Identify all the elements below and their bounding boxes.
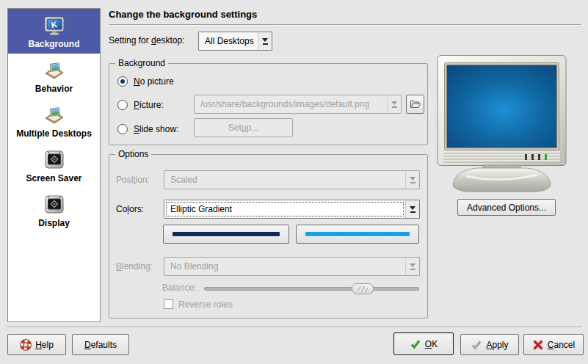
options-group-title: Options xyxy=(115,148,151,160)
chevron-down-icon[interactable] xyxy=(405,200,419,218)
ok-button[interactable]: OK xyxy=(393,332,454,355)
color1-button[interactable] xyxy=(163,225,289,244)
reverse-roles-label: Reverse roles xyxy=(178,298,233,311)
title-separator xyxy=(109,24,581,26)
chevron-down-icon[interactable] xyxy=(258,32,272,50)
browse-picture-button[interactable] xyxy=(406,95,424,114)
sidebar-item-label: Multiple Desktops xyxy=(10,129,98,139)
cancel-x-icon xyxy=(532,339,544,351)
sidebar-item-label: Behavior xyxy=(10,84,98,94)
ok-button-label: OK xyxy=(425,339,438,349)
chevron-down-icon xyxy=(405,258,419,275)
blending-combo: No Blending xyxy=(164,257,420,276)
background-monitor-icon: K xyxy=(43,14,66,37)
colors-combo[interactable]: Elliptic Gradient xyxy=(164,200,420,219)
advanced-options-label: Advanced Options... xyxy=(467,203,546,213)
sidebar-item-label: Screen Saver xyxy=(10,174,98,183)
colors-label: Colors: xyxy=(116,203,144,216)
desktop-select[interactable]: All Desktops xyxy=(198,32,272,51)
folder-open-icon xyxy=(410,98,421,110)
reverse-roles-checkbox xyxy=(164,299,173,309)
color2-button[interactable] xyxy=(296,225,419,244)
cancel-button-label: Cancel xyxy=(548,340,575,350)
balance-label: Balance: xyxy=(162,281,197,294)
behavior-icon xyxy=(43,59,66,82)
monitor-graphic xyxy=(437,55,567,193)
background-settings-dialog: K Background Behavior xyxy=(0,0,588,364)
picture-path-value: /usr/share/backgrounds/images/default.pn… xyxy=(195,95,387,113)
picture-path-combo: /usr/share/backgrounds/images/default.pn… xyxy=(194,95,402,114)
options-group: Options Position: Scaled Colors: Ellipti… xyxy=(109,154,428,318)
slide-show-label: Slide show: xyxy=(134,123,178,136)
module-list: K Background Behavior xyxy=(7,8,101,322)
cancel-button[interactable]: Cancel xyxy=(523,334,584,355)
no-picture-radio[interactable] xyxy=(117,76,128,87)
page-title: Change the background settings xyxy=(109,9,257,20)
background-preview-monitor xyxy=(437,55,567,193)
sidebar-item-label: Background xyxy=(10,40,98,49)
colors-value: Elliptic Gradient xyxy=(164,200,405,218)
slider-grip-icon xyxy=(358,286,368,292)
sidebar-item-background[interactable]: K Background xyxy=(8,9,100,54)
chevron-down-icon xyxy=(405,171,419,189)
help-lifebuoy-icon xyxy=(20,339,32,351)
picture-label: Picture: xyxy=(134,98,164,112)
picture-radio[interactable] xyxy=(117,100,128,110)
checkmark-icon xyxy=(410,338,421,350)
no-picture-label: No picture xyxy=(134,75,174,88)
position-value: Scaled xyxy=(164,171,405,189)
apply-button-label: Apply xyxy=(486,340,508,350)
desktop-setting-label: Setting for desktop: xyxy=(109,34,184,47)
setup-button-label: Setup... xyxy=(228,123,258,133)
color1-swatch xyxy=(173,232,280,236)
sidebar-item-multiple-desktops[interactable]: Multiple Desktops xyxy=(8,98,100,143)
blending-label: Blending: xyxy=(116,260,153,273)
multiple-desktops-icon xyxy=(43,103,66,127)
sidebar-item-screen-saver[interactable]: Screen Saver xyxy=(8,143,100,188)
advanced-options-button[interactable]: Advanced Options... xyxy=(457,199,556,216)
sidebar-item-display[interactable]: Display xyxy=(8,188,100,233)
display-icon xyxy=(43,193,66,216)
desktop-select-value: All Desktops xyxy=(199,32,258,50)
help-button[interactable]: Help xyxy=(7,334,66,355)
screen-saver-icon xyxy=(43,148,66,172)
checkmark-gray-icon xyxy=(471,339,482,351)
chevron-down-icon xyxy=(387,95,401,113)
footer-separator xyxy=(6,327,581,328)
color2-swatch xyxy=(305,232,410,236)
balance-slider-handle xyxy=(352,283,374,294)
apply-button[interactable]: Apply xyxy=(460,334,519,355)
balance-slider-track xyxy=(204,287,419,291)
background-group-title: Background xyxy=(115,57,168,69)
defaults-button-label: Defaults xyxy=(84,340,117,350)
defaults-button[interactable]: Defaults xyxy=(72,334,129,355)
help-button-label: Help xyxy=(35,340,54,350)
blending-value: No Blending xyxy=(164,258,405,275)
slide-show-radio[interactable] xyxy=(117,124,128,134)
background-group: Background No picture Picture: /usr/shar… xyxy=(109,63,428,145)
sidebar-item-label: Display xyxy=(10,219,98,228)
slide-show-setup-button: Setup... xyxy=(194,118,293,137)
position-combo: Scaled xyxy=(164,170,420,189)
sidebar-item-behavior[interactable]: Behavior xyxy=(8,54,100,98)
position-label: Position: xyxy=(116,173,150,186)
